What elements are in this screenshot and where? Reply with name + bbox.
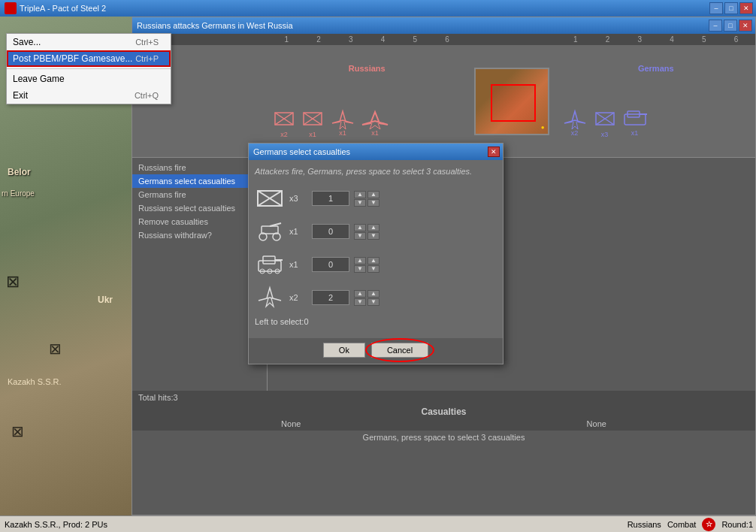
infantry-icon [255,185,285,212]
fighter-spin-min[interactable]: ▼ [367,298,380,306]
fighter-icon [255,284,285,311]
col-1: 1 [271,35,303,44]
col-2: 2 [303,35,335,44]
artillery-spin-buttons-2: ▲ ▼ [367,224,380,240]
post-pbem-label: Post PBEM/PBF Gamesave... [13,53,132,64]
svg-rect-20 [263,256,275,264]
ukr-label: Ukr [98,295,113,305]
infantry-spin-up-down-2: ▲ ▼ [367,191,380,207]
tank-spin-down[interactable]: ▼ [354,265,366,273]
status-combat: Combat [667,520,697,529]
artillery-count-input[interactable] [312,224,349,239]
infantry-spin-down[interactable]: ▼ [354,199,366,207]
cancel-button[interactable]: Cancel [371,343,428,358]
dialog-close-button[interactable]: ✕ [488,147,500,157]
units-display: Russians x2 x1 x1 x1 [132,45,755,158]
german-tank: x1 [621,108,649,137]
battle-minimize[interactable]: – [709,20,722,32]
menu-exit[interactable]: Exit Ctrl+Q [7,87,171,104]
menu-save[interactable]: Save... Ctrl+S [7,34,171,50]
log-remove-casualties[interactable]: Remove casualties [132,215,267,228]
tank-spin-up[interactable]: ▲ [354,257,366,264]
exit-shortcut: Ctrl+Q [135,91,159,100]
casualty-row-tank: x1 ▲ ▼ ▲ ▼ [255,251,497,278]
left-to-select: Left to select:0 [255,317,497,326]
russian-fighter: x1 [329,108,356,137]
russian-units-area: Russians x2 x1 x1 x1 [268,45,467,157]
menu-post-pbem[interactable]: Post PBEM/PBF Gamesave... Ctrl+P [7,50,171,67]
col-6: 6 [431,35,464,44]
window-controls: – □ ✕ [709,2,753,14]
tank-spin-min[interactable]: ▼ [367,265,380,273]
save-label: Save... [13,37,41,47]
battle-title-controls: – □ ✕ [709,20,752,32]
tank-multiplier: x1 [289,260,307,269]
fighter-spin-down[interactable]: ▼ [354,298,366,306]
map-thumbnail: ● [474,68,549,135]
artillery-icon [255,218,285,245]
artillery-spin-max[interactable]: ▲ [367,224,380,231]
def-col-3: 3 [624,35,656,44]
map-highlight [491,84,536,122]
battle-close[interactable]: ✕ [739,20,752,32]
ok-button[interactable]: Ok [323,343,365,358]
svg-point-23 [268,269,272,274]
press-space-msg: Germans, press space to select 3 casualt… [132,431,755,444]
total-hits-label: Total hits:3 [138,393,178,402]
defender-col-headers: 1 2 3 4 5 6 [557,35,756,44]
fighter-spin-max[interactable]: ▲ [367,290,380,298]
press-space-text: Germans, press space to select 3 casualt… [363,433,525,442]
app-title: TripleA - Pact of Steel 2 [20,4,106,13]
artillery-spin-min[interactable]: ▼ [367,232,380,240]
def-col-6: 6 [720,35,752,44]
def-col-5: 5 [688,35,721,44]
casualties-attacker: None [138,419,444,428]
log-germans-fire[interactable]: Germans fire [132,188,267,201]
title-bar: TripleA - Pact of Steel 2 – □ ✕ [0,0,756,17]
cancel-btn-wrapper: Cancel [371,343,428,358]
tank-spin: ▲ ▼ ▲ ▼ [354,257,380,273]
log-russians-fire[interactable]: Russians fire [132,161,267,174]
infantry-count-input[interactable] [312,191,349,206]
casualty-row-infantry: x3 ▲ ▼ ▲ ▼ [255,185,497,212]
minimize-button[interactable]: – [709,2,723,14]
file-dropdown-menu: Save... Ctrl+S Post PBEM/PBF Gamesave...… [6,33,171,104]
menu-leave-game[interactable]: Leave Game [7,71,171,87]
attacker-col-headers: 1 2 3 4 5 6 [268,35,467,44]
belor-label: Belor [8,167,31,177]
german-units-area: Germans x2 x3 x1 [557,45,756,157]
restore-button[interactable]: □ [724,2,738,14]
log-russians-select[interactable]: Russians select casualties [132,201,267,215]
status-right: Russians Combat ☆ Round:1 [627,518,756,531]
infantry-multiplier: x3 [289,194,307,203]
tank-count-input[interactable] [312,257,349,272]
log-russians-withdraw[interactable]: Russians withdraw? [132,228,267,242]
fighter-count-input[interactable] [312,290,349,305]
map-dot: ● [541,124,545,131]
def-col-1: 1 [560,35,592,44]
fighter-multiplier: x2 [289,293,307,302]
artillery-spin-down[interactable]: ▼ [354,232,366,240]
battle-restore[interactable]: □ [724,20,737,32]
infantry-spin-up-down: ▲ ▼ [354,191,366,207]
casualties-row: None None [138,419,749,428]
def-col-2: 2 [591,35,624,44]
exit-label: Exit [13,90,28,101]
log-germans-select[interactable]: Germans select casualties [132,174,267,188]
casualties-area: Casualties None None [132,404,755,431]
col-4: 4 [367,35,399,44]
map-thumbnail-area: ● [467,45,557,157]
infantry-spin-min[interactable]: ▼ [367,199,380,207]
artillery-spin-buttons: ▲ ▼ [354,224,366,240]
artillery-spin-up[interactable]: ▲ [354,224,366,231]
germans-label: Germans [561,64,751,73]
post-pbem-shortcut: Ctrl+P [135,54,159,63]
close-button[interactable]: ✕ [739,2,753,14]
svg-rect-17 [262,226,278,234]
col-5: 5 [399,35,431,44]
infantry-spin-max[interactable]: ▲ [367,191,380,198]
fighter-spin-up[interactable]: ▲ [354,290,366,298]
tank-spin-max[interactable]: ▲ [367,257,380,264]
infantry-spin-up[interactable]: ▲ [354,191,366,198]
tank-icon [255,251,285,278]
